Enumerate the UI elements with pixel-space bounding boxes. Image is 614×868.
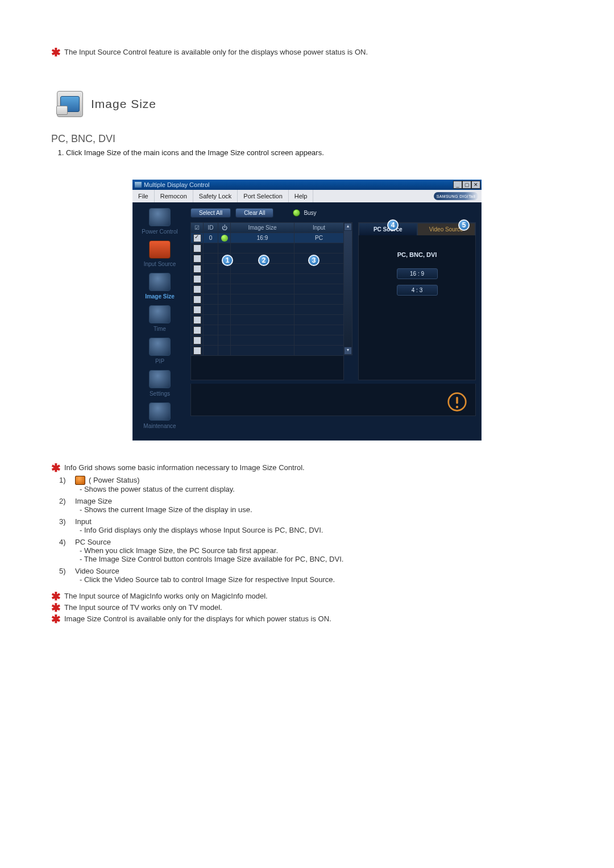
row-checkbox[interactable] <box>193 347 201 355</box>
grid-header-image-size: Image Size <box>231 223 294 233</box>
grid-row[interactable] <box>191 274 343 284</box>
sidebar-label-power: Power Control <box>142 229 177 235</box>
row-status-dot <box>221 235 228 242</box>
star-icon: ✱ <box>51 614 61 624</box>
row-checkbox[interactable] <box>193 316 201 324</box>
sidebar-item-input-source[interactable]: Input Source <box>144 240 176 267</box>
grid-scrollbar[interactable]: ▴ ▾ <box>344 222 352 355</box>
row-checkbox[interactable] <box>193 234 201 242</box>
grid-row[interactable] <box>191 294 343 305</box>
row-input: PC <box>294 233 343 243</box>
item-label-1: ( Power Status) <box>89 476 140 484</box>
status-bar <box>190 384 476 416</box>
sidebar-label-pip: PIP <box>155 358 164 364</box>
sidebar-item-pip[interactable]: PIP <box>149 338 171 364</box>
grid-row[interactable] <box>191 325 343 335</box>
right-panel: PC Source Video Source 4 5 PC, BNC, DVI … <box>358 222 476 380</box>
window-close-button[interactable]: ✕ <box>471 181 480 189</box>
item-sub-3: - Info Grid displays only the displays w… <box>80 526 563 534</box>
item-label-3: Input <box>75 517 92 526</box>
row-checkbox[interactable] <box>193 255 201 263</box>
menu-help[interactable]: Help <box>289 190 314 202</box>
settings-icon <box>149 370 171 388</box>
item-sub-5: - Click the Video Source tab to control … <box>80 575 563 584</box>
grid-row[interactable] <box>191 264 343 274</box>
ratio-16-9-button[interactable]: 16 : 9 <box>397 268 438 279</box>
sidebar-label-time: Time <box>154 326 166 332</box>
item-number-5: 5) <box>59 567 72 575</box>
titlebar: Multiple Display Control _ ▢ ✕ <box>132 180 482 190</box>
footnote-a: The Input source of MagicInfo works only… <box>64 592 268 600</box>
grid-row[interactable] <box>191 315 343 325</box>
menu-remocon[interactable]: Remocon <box>155 190 193 202</box>
grid-header-id: ID <box>204 223 218 233</box>
menu-port-selection[interactable]: Port Selection <box>238 190 288 202</box>
row-checkbox[interactable] <box>193 244 201 252</box>
callout-badge-4: 4 <box>387 219 399 231</box>
svg-rect-1 <box>456 397 458 404</box>
menu-safety-lock[interactable]: Safety Lock <box>193 190 238 202</box>
item-sub-4b: - The Image Size Control button controls… <box>80 555 563 563</box>
item-number-1: 1) <box>59 476 72 484</box>
item-label-5: Video Source <box>75 567 119 575</box>
grid-row[interactable] <box>191 346 343 356</box>
star-icon: ✱ <box>51 463 61 472</box>
row-size: 16:9 <box>231 233 294 243</box>
sidebar-item-time[interactable]: Time <box>149 305 171 332</box>
sidebar-item-power-control[interactable]: Power Control <box>142 208 177 235</box>
star-icon: ✱ <box>51 48 61 57</box>
select-all-button[interactable]: Select All <box>190 208 231 218</box>
item-number-3: 3) <box>59 517 72 526</box>
row-checkbox[interactable] <box>193 337 201 344</box>
section-title: Image Size <box>91 97 156 111</box>
app-window: Multiple Display Control _ ▢ ✕ File Remo… <box>132 180 482 441</box>
power-icon <box>149 208 171 226</box>
item-number-4: 4) <box>59 538 72 546</box>
item-sub-1: - Shows the power status of the current … <box>80 485 563 493</box>
row-checkbox[interactable] <box>193 326 201 334</box>
busy-dot-icon <box>293 209 300 217</box>
sub-heading: PC, BNC, DVI <box>51 133 563 145</box>
grid-row[interactable]: 0 16:9 PC <box>191 233 343 243</box>
grid-row[interactable] <box>191 284 343 294</box>
sidebar-label-image-size: Image Size <box>145 293 175 300</box>
row-id: 0 <box>204 233 218 243</box>
maintenance-icon <box>149 402 171 421</box>
sidebar-label-input: Input Source <box>144 261 176 267</box>
row-checkbox[interactable] <box>193 296 201 304</box>
window-minimize-button[interactable]: _ <box>453 181 462 189</box>
grid-header-checkbox[interactable]: ☑ <box>191 223 204 233</box>
window-maximize-button[interactable]: ▢ <box>462 181 471 189</box>
row-checkbox[interactable] <box>193 285 201 293</box>
time-icon <box>149 305 171 323</box>
grid-row[interactable] <box>191 335 343 346</box>
info-grid-note: Info Grid shows some basic information n… <box>64 463 305 472</box>
callout-badge-3: 3 <box>308 255 320 266</box>
item-sub-4a: - When you click Image Size, the PC Sour… <box>80 546 563 555</box>
row-checkbox[interactable] <box>193 265 201 273</box>
row-checkbox[interactable] <box>193 306 201 314</box>
app-title: Multiple Display Control <box>144 181 210 188</box>
panel-label: PC, BNC, DVI <box>367 251 467 258</box>
scroll-up-button[interactable]: ▴ <box>344 223 352 231</box>
alert-icon <box>447 392 467 412</box>
grid-row[interactable] <box>191 305 343 315</box>
pip-icon <box>149 338 171 356</box>
callout-badge-2: 2 <box>258 255 269 266</box>
ratio-4-3-button[interactable]: 4 : 3 <box>397 285 438 296</box>
scroll-down-button[interactable]: ▾ <box>344 347 352 355</box>
clear-all-button[interactable]: Clear All <box>235 208 273 218</box>
grid-header-status: ⏻ <box>218 223 231 233</box>
menu-file[interactable]: File <box>132 190 155 202</box>
sidebar-item-maintenance[interactable]: Maintenance <box>143 402 176 429</box>
grid-row[interactable] <box>191 243 343 254</box>
image-size-section-icon <box>57 91 83 117</box>
sidebar-label-maintenance: Maintenance <box>143 423 176 429</box>
sidebar-item-settings[interactable]: Settings <box>149 370 171 397</box>
footnote-c: Image Size Control is available only for… <box>64 614 331 623</box>
info-grid: ☑ ID ⏻ Image Size Input 0 16:9 PC <box>190 222 344 380</box>
grid-header-input: Input <box>294 223 343 233</box>
item-label-4: PC Source <box>75 538 111 546</box>
sidebar-item-image-size[interactable]: Image Size <box>145 273 175 300</box>
row-checkbox[interactable] <box>193 275 201 283</box>
